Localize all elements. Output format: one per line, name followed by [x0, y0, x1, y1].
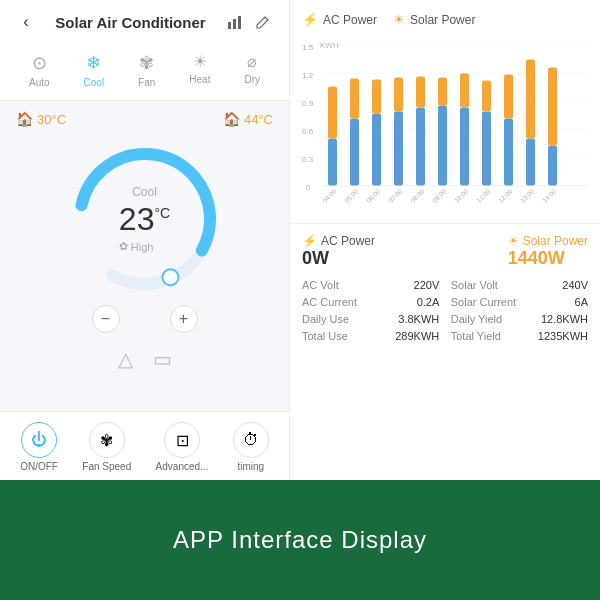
svg-rect-37 [526, 139, 535, 186]
action-fanspeed[interactable]: ✾ Fan Speed [82, 422, 131, 472]
svg-rect-33 [482, 112, 491, 186]
svg-rect-0 [228, 22, 231, 29]
advanced-icon: ⊡ [164, 422, 200, 458]
ac-power-icon: ⚡ [302, 234, 317, 248]
outdoor-temp: 🏠 30°C [16, 111, 66, 127]
stats-section: ⚡ AC Power 0W ☀ Solar Power 1440W [290, 224, 600, 480]
action-timing[interactable]: ⏱ timing [233, 422, 269, 472]
action-onoff[interactable]: ⏻ ON/OFF [20, 422, 58, 472]
svg-rect-22 [350, 79, 359, 119]
svg-text:04:00: 04:00 [321, 187, 338, 204]
svg-text:0.3: 0.3 [302, 155, 314, 164]
solar-power-label: ☀ Solar Power [508, 234, 588, 248]
edit-icon[interactable] [253, 12, 273, 32]
header: ‹ Solar Air Conditioner [0, 0, 289, 40]
svg-rect-35 [504, 119, 513, 186]
svg-text:10:00: 10:00 [453, 187, 470, 204]
svg-rect-28 [416, 77, 425, 108]
action-advanced[interactable]: ⊡ Advanced... [156, 422, 209, 472]
solar-stat-0: Solar Volt 240V [451, 279, 588, 291]
temperature-display: 23°C [119, 201, 170, 238]
svg-rect-32 [460, 74, 469, 108]
solar-stat-2: Daily Yield 12.8KWH [451, 313, 588, 325]
left-panel: ‹ Solar Air Conditioner [0, 0, 290, 480]
svg-rect-1 [233, 19, 236, 29]
stats-header: ⚡ AC Power 0W ☀ Solar Power 1440W [302, 234, 588, 269]
svg-rect-36 [504, 75, 513, 119]
svg-text:1.5: 1.5 [302, 43, 314, 52]
stats-table: AC Volt 220V Solar Volt 240V AC Current … [302, 279, 588, 342]
footer-title: APP Interface Display [173, 526, 427, 554]
stats-row-1: AC Current 0.2A Solar Current 6A [302, 296, 588, 308]
svg-text:09:00: 09:00 [431, 187, 448, 204]
svg-rect-19 [328, 139, 337, 186]
home-icon[interactable]: △ [118, 347, 133, 371]
mode-auto[interactable]: ⊙ Auto [21, 48, 58, 92]
svg-text:07:00: 07:00 [387, 187, 404, 204]
chart-section: ⚡ AC Power ☀ Solar Power 1.5 1.2 0.9 0.6 [290, 0, 600, 224]
solar-stat-1: Solar Current 6A [451, 296, 588, 308]
svg-rect-26 [394, 78, 403, 112]
legend-ac: ⚡ AC Power [302, 12, 377, 27]
timing-icon: ⏱ [233, 422, 269, 458]
action-bar: ⏻ ON/OFF ✾ Fan Speed ⊡ Advanced... ⏱ tim… [0, 411, 289, 480]
svg-rect-38 [526, 60, 535, 139]
svg-rect-29 [438, 106, 447, 186]
fanspeed-icon: ✾ [89, 422, 125, 458]
chart-svg: 1.5 1.2 0.9 0.6 0.3 0 KWH [302, 35, 588, 215]
ac-power-label: ⚡ AC Power [302, 234, 375, 248]
svg-text:KWH: KWH [320, 41, 339, 50]
svg-text:0.6: 0.6 [302, 127, 314, 136]
fan-speed-display: ✿High [119, 240, 170, 253]
svg-rect-23 [372, 114, 381, 186]
svg-rect-39 [548, 146, 557, 186]
svg-rect-30 [438, 78, 447, 106]
indoor-temp: 🏠 44°C [223, 111, 273, 127]
temp-increase-button[interactable]: + [170, 305, 198, 333]
svg-rect-25 [394, 112, 403, 186]
svg-text:05:00: 05:00 [343, 187, 360, 204]
right-panel: ⚡ AC Power ☀ Solar Power 1.5 1.2 0.9 0.6 [290, 0, 600, 480]
svg-text:11:00: 11:00 [475, 187, 492, 204]
tv-icon[interactable]: ▭ [153, 347, 172, 371]
svg-rect-24 [372, 80, 381, 114]
svg-rect-27 [416, 108, 425, 186]
solar-power-icon: ☀ [508, 234, 519, 248]
back-button[interactable]: ‹ [16, 12, 36, 32]
mode-heat[interactable]: ☀ Heat [181, 48, 218, 92]
header-icons [225, 12, 273, 32]
chart-legend: ⚡ AC Power ☀ Solar Power [302, 12, 588, 27]
ac-power-value: 0W [302, 248, 375, 269]
mode-fan[interactable]: ✾ Fan [130, 48, 163, 92]
stats-row-3: Total Use 289KWH Total Yield 1235KWH [302, 330, 588, 342]
bar-chart: 1.5 1.2 0.9 0.6 0.3 0 KWH [302, 35, 588, 215]
solar-power-value: 1440W [508, 248, 588, 269]
solar-power-stats: ☀ Solar Power 1440W [508, 234, 588, 269]
svg-rect-2 [238, 16, 241, 29]
svg-rect-20 [328, 87, 337, 139]
ac-stat-2: Daily Use 3.8KWH [302, 313, 439, 325]
ac-power-stats: ⚡ AC Power 0W [302, 234, 375, 269]
footer: APP Interface Display [0, 480, 600, 600]
mode-dry[interactable]: ⌀ Dry [236, 48, 268, 92]
mode-display: Cool [119, 185, 170, 199]
main-content: ‹ Solar Air Conditioner [0, 0, 600, 480]
svg-text:06:00: 06:00 [365, 187, 382, 204]
svg-text:0: 0 [306, 183, 311, 192]
svg-text:12:00: 12:00 [497, 187, 514, 204]
svg-rect-34 [482, 81, 491, 112]
header-title: Solar Air Conditioner [55, 14, 205, 31]
svg-text:0.9: 0.9 [302, 99, 314, 108]
temperature-dial[interactable]: Cool 23°C ✿High [65, 139, 225, 299]
svg-text:1.2: 1.2 [302, 71, 314, 80]
circle-center: Cool 23°C ✿High [119, 185, 170, 253]
mode-cool[interactable]: ❄ Cool [76, 48, 113, 92]
chart-icon[interactable] [225, 12, 245, 32]
stats-row-0: AC Volt 220V Solar Volt 240V [302, 279, 588, 291]
ac-stat-1: AC Current 0.2A [302, 296, 439, 308]
svg-rect-31 [460, 108, 469, 186]
ac-stat-3: Total Use 289KWH [302, 330, 439, 342]
svg-text:08:00: 08:00 [409, 187, 426, 204]
svg-text:14:00: 14:00 [541, 187, 558, 204]
ac-stat-0: AC Volt 220V [302, 279, 439, 291]
